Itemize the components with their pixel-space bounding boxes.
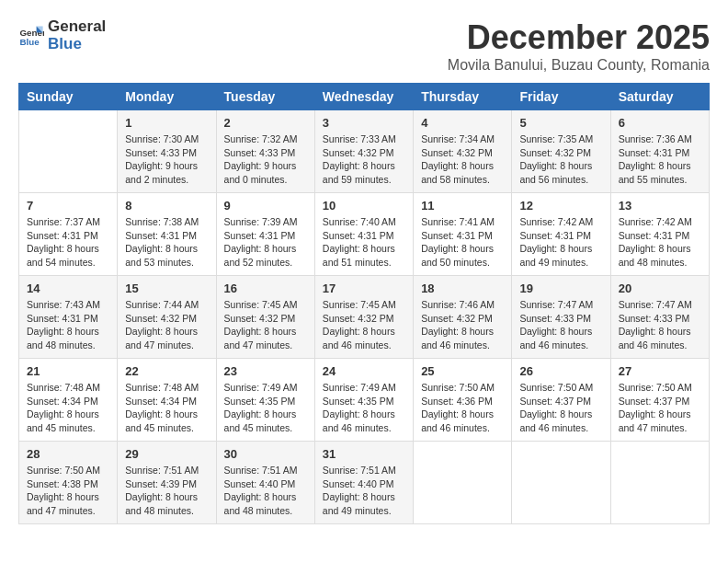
- cell-info: Sunrise: 7:51 AM Sunset: 4:40 PM Dayligh…: [323, 464, 405, 518]
- calendar-cell: 28Sunrise: 7:50 AM Sunset: 4:38 PM Dayli…: [19, 442, 118, 524]
- cell-info: Sunrise: 7:44 AM Sunset: 4:32 PM Dayligh…: [125, 298, 208, 352]
- logo-blue: Blue: [48, 36, 106, 53]
- cell-info: Sunrise: 7:33 AM Sunset: 4:32 PM Dayligh…: [323, 132, 405, 187]
- calendar-cell: 7Sunrise: 7:37 AM Sunset: 4:31 PM Daylig…: [19, 193, 118, 276]
- calendar-cell: 24Sunrise: 7:49 AM Sunset: 4:35 PM Dayli…: [314, 359, 413, 442]
- day-number: 29: [125, 447, 208, 461]
- calendar-cell: 2Sunrise: 7:32 AM Sunset: 4:33 PM Daylig…: [216, 110, 314, 193]
- calendar-cell: 4Sunrise: 7:34 AM Sunset: 4:32 PM Daylig…: [414, 110, 512, 193]
- calendar-cell: 8Sunrise: 7:38 AM Sunset: 4:31 PM Daylig…: [118, 193, 216, 276]
- header-cell-wednesday: Wednesday: [314, 84, 413, 110]
- day-number: 9: [224, 199, 307, 213]
- calendar-cell: 12Sunrise: 7:42 AM Sunset: 4:31 PM Dayli…: [512, 193, 610, 276]
- header: General Blue General Blue December 2025 …: [18, 18, 710, 74]
- calendar-table: SundayMondayTuesdayWednesdayThursdayFrid…: [18, 83, 710, 524]
- day-number: 13: [619, 199, 701, 213]
- day-number: 4: [421, 116, 504, 130]
- day-number: 6: [619, 116, 701, 130]
- header-cell-tuesday: Tuesday: [216, 84, 314, 110]
- day-number: 16: [224, 282, 307, 295]
- calendar-cell: 10Sunrise: 7:40 AM Sunset: 4:31 PM Dayli…: [314, 193, 413, 276]
- day-number: 5: [519, 116, 602, 130]
- header-cell-monday: Monday: [118, 84, 216, 110]
- cell-info: Sunrise: 7:42 AM Sunset: 4:31 PM Dayligh…: [619, 215, 701, 270]
- calendar-cell: [512, 442, 610, 524]
- calendar-cell: 19Sunrise: 7:47 AM Sunset: 4:33 PM Dayli…: [512, 276, 610, 359]
- cell-info: Sunrise: 7:50 AM Sunset: 4:37 PM Dayligh…: [519, 381, 602, 435]
- cell-info: Sunrise: 7:50 AM Sunset: 4:38 PM Dayligh…: [27, 464, 109, 518]
- calendar-cell: [610, 442, 709, 524]
- calendar-cell: 25Sunrise: 7:50 AM Sunset: 4:36 PM Dayli…: [414, 359, 512, 442]
- day-number: 30: [224, 447, 307, 461]
- page-subtitle: Movila Banului, Buzau County, Romania: [448, 57, 710, 74]
- calendar-cell: 11Sunrise: 7:41 AM Sunset: 4:31 PM Dayli…: [414, 193, 512, 276]
- calendar-cell: 30Sunrise: 7:51 AM Sunset: 4:40 PM Dayli…: [216, 442, 314, 524]
- cell-info: Sunrise: 7:39 AM Sunset: 4:31 PM Dayligh…: [224, 215, 307, 270]
- calendar-cell: 14Sunrise: 7:43 AM Sunset: 4:31 PM Dayli…: [19, 276, 118, 359]
- cell-info: Sunrise: 7:49 AM Sunset: 4:35 PM Dayligh…: [323, 381, 405, 435]
- week-row-2: 14Sunrise: 7:43 AM Sunset: 4:31 PM Dayli…: [19, 276, 710, 359]
- day-number: 31: [323, 447, 405, 461]
- week-row-4: 28Sunrise: 7:50 AM Sunset: 4:38 PM Dayli…: [19, 442, 710, 524]
- cell-info: Sunrise: 7:41 AM Sunset: 4:31 PM Dayligh…: [421, 215, 504, 270]
- calendar-cell: 6Sunrise: 7:36 AM Sunset: 4:31 PM Daylig…: [610, 110, 709, 193]
- calendar-body: 1Sunrise: 7:30 AM Sunset: 4:33 PM Daylig…: [19, 110, 710, 524]
- day-number: 14: [27, 282, 109, 295]
- calendar-cell: 20Sunrise: 7:47 AM Sunset: 4:33 PM Dayli…: [610, 276, 709, 359]
- cell-info: Sunrise: 7:49 AM Sunset: 4:35 PM Dayligh…: [224, 381, 307, 435]
- week-row-0: 1Sunrise: 7:30 AM Sunset: 4:33 PM Daylig…: [19, 110, 710, 193]
- day-number: 8: [125, 199, 208, 213]
- day-number: 21: [27, 364, 109, 378]
- day-number: 27: [619, 364, 701, 378]
- week-row-3: 21Sunrise: 7:48 AM Sunset: 4:34 PM Dayli…: [19, 359, 710, 442]
- cell-info: Sunrise: 7:43 AM Sunset: 4:31 PM Dayligh…: [27, 298, 109, 352]
- logo-general: General: [48, 18, 106, 36]
- day-number: 24: [323, 364, 405, 378]
- calendar-cell: 27Sunrise: 7:50 AM Sunset: 4:37 PM Dayli…: [610, 359, 709, 442]
- cell-info: Sunrise: 7:36 AM Sunset: 4:31 PM Dayligh…: [619, 132, 701, 187]
- calendar-cell: 13Sunrise: 7:42 AM Sunset: 4:31 PM Dayli…: [610, 193, 709, 276]
- header-row: SundayMondayTuesdayWednesdayThursdayFrid…: [19, 84, 710, 110]
- calendar-cell: 31Sunrise: 7:51 AM Sunset: 4:40 PM Dayli…: [314, 442, 413, 524]
- day-number: 1: [125, 116, 208, 130]
- cell-info: Sunrise: 7:38 AM Sunset: 4:31 PM Dayligh…: [125, 215, 208, 270]
- header-cell-thursday: Thursday: [414, 84, 512, 110]
- day-number: 10: [323, 199, 405, 213]
- calendar-cell: 1Sunrise: 7:30 AM Sunset: 4:33 PM Daylig…: [118, 110, 216, 193]
- page-title: December 2025: [448, 18, 710, 57]
- cell-info: Sunrise: 7:42 AM Sunset: 4:31 PM Dayligh…: [519, 215, 602, 270]
- calendar-cell: 3Sunrise: 7:33 AM Sunset: 4:32 PM Daylig…: [314, 110, 413, 193]
- day-number: 28: [27, 447, 109, 461]
- cell-info: Sunrise: 7:30 AM Sunset: 4:33 PM Dayligh…: [125, 132, 208, 187]
- cell-info: Sunrise: 7:40 AM Sunset: 4:31 PM Dayligh…: [323, 215, 405, 270]
- calendar-cell: 29Sunrise: 7:51 AM Sunset: 4:39 PM Dayli…: [118, 442, 216, 524]
- header-cell-sunday: Sunday: [19, 84, 118, 110]
- calendar-cell: [19, 110, 118, 193]
- cell-info: Sunrise: 7:34 AM Sunset: 4:32 PM Dayligh…: [421, 132, 504, 187]
- week-row-1: 7Sunrise: 7:37 AM Sunset: 4:31 PM Daylig…: [19, 193, 710, 276]
- day-number: 17: [323, 282, 405, 295]
- cell-info: Sunrise: 7:35 AM Sunset: 4:32 PM Dayligh…: [519, 132, 602, 187]
- calendar-cell: 9Sunrise: 7:39 AM Sunset: 4:31 PM Daylig…: [216, 193, 314, 276]
- calendar-cell: 26Sunrise: 7:50 AM Sunset: 4:37 PM Dayli…: [512, 359, 610, 442]
- calendar-cell: 22Sunrise: 7:48 AM Sunset: 4:34 PM Dayli…: [118, 359, 216, 442]
- calendar-cell: 23Sunrise: 7:49 AM Sunset: 4:35 PM Dayli…: [216, 359, 314, 442]
- calendar-cell: 17Sunrise: 7:45 AM Sunset: 4:32 PM Dayli…: [314, 276, 413, 359]
- cell-info: Sunrise: 7:37 AM Sunset: 4:31 PM Dayligh…: [27, 215, 109, 270]
- day-number: 3: [323, 116, 405, 130]
- cell-info: Sunrise: 7:45 AM Sunset: 4:32 PM Dayligh…: [323, 298, 405, 352]
- calendar-cell: 15Sunrise: 7:44 AM Sunset: 4:32 PM Dayli…: [118, 276, 216, 359]
- calendar-cell: 21Sunrise: 7:48 AM Sunset: 4:34 PM Dayli…: [19, 359, 118, 442]
- day-number: 20: [619, 282, 701, 295]
- cell-info: Sunrise: 7:46 AM Sunset: 4:32 PM Dayligh…: [421, 298, 504, 352]
- calendar-cell: [414, 442, 512, 524]
- day-number: 26: [519, 364, 602, 378]
- calendar-cell: 16Sunrise: 7:45 AM Sunset: 4:32 PM Dayli…: [216, 276, 314, 359]
- cell-info: Sunrise: 7:48 AM Sunset: 4:34 PM Dayligh…: [125, 381, 208, 435]
- day-number: 19: [519, 282, 602, 295]
- cell-info: Sunrise: 7:47 AM Sunset: 4:33 PM Dayligh…: [519, 298, 602, 352]
- day-number: 23: [224, 364, 307, 378]
- cell-info: Sunrise: 7:51 AM Sunset: 4:40 PM Dayligh…: [224, 464, 307, 518]
- day-number: 18: [421, 282, 504, 295]
- day-number: 7: [27, 199, 109, 213]
